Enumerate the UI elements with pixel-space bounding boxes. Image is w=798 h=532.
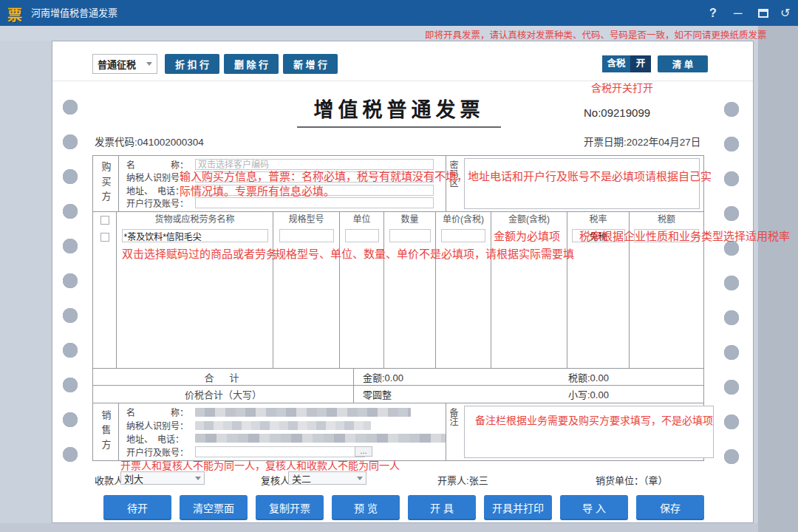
unit-input[interactable] (345, 229, 379, 242)
discount-row-button[interactable]: 折 扣 行 (165, 54, 219, 74)
totals-amount: 金额:0.00 (363, 370, 403, 384)
column-header: 金额(含税) (508, 212, 550, 227)
column-header: 单价(含税) (443, 212, 484, 227)
buyer-note-line1: 输入购买方信息，普票：名称必填，税号有就填没有不填，地址电话和开户行及账号不是必… (180, 168, 712, 183)
seller-unit-label: 销货单位：（章） (596, 473, 668, 487)
seller-section: 销售方 名 称： 纳税人识别号： 地址、 电话： 开户行及账号： (92, 403, 704, 461)
reviewer-select[interactable]: 关二 (288, 471, 366, 485)
quantity-input[interactable] (389, 229, 431, 242)
invoice-box: 购买方 名 称： 纳税人识别号： 地址、 电话： 开户行及账号： (92, 155, 704, 461)
items-column-goods: 货物或应税劳务名称 (117, 212, 273, 368)
staff-note: 开票人和复核人不能为同一人，复核人和收款人不能为同一人 (120, 457, 400, 472)
remark-area[interactable]: 备注栏根据业务需要及购买方要求填写，不是必填项 (464, 406, 714, 458)
buyer-field-label: 开户行及账号： (126, 197, 195, 209)
goods-name-input[interactable] (122, 229, 268, 242)
minimize-icon[interactable]: ─ (734, 0, 742, 26)
password-area[interactable] (464, 158, 700, 209)
seller-field-label: 名 称： (126, 406, 195, 418)
words-values: 零圆整 小写:0.00 (354, 386, 703, 403)
buyer-party-label: 购买方 (93, 156, 119, 211)
tax-mode-select[interactable]: 普通征税 (92, 54, 157, 74)
seller-bank-input[interactable] (195, 446, 365, 457)
pending-button[interactable]: 待开 (103, 495, 171, 520)
issue-button[interactable]: 开 具 (408, 495, 476, 520)
preview-button[interactable]: 预 览 (332, 495, 400, 520)
items-column-price: 单价(含税) (436, 212, 491, 368)
redacted-value (195, 421, 371, 430)
totals-row: 合 计 金额:0.00 税额:0.00 (92, 368, 704, 386)
column-header: 货物或应税劳务名称 (154, 212, 234, 227)
invoice-code: 发票代码:041002000304 (95, 134, 204, 149)
tax-included-state: 开 (630, 55, 651, 72)
perforation-left (62, 90, 78, 472)
top-warning-text: 即将开具发票，请认真核对发票种类、代码、号码是否一致，如不同请更换纸质发票 (425, 27, 767, 41)
copy-invoice-button[interactable]: 复制开票 (256, 495, 324, 520)
seller-field-label: 开户行及账号： (126, 446, 195, 458)
drawer-text: 开票人:张三 (437, 473, 488, 487)
save-button[interactable]: 保存 (636, 495, 704, 520)
words-value: 零圆整 (363, 387, 392, 401)
list-button[interactable]: 清 单 (658, 55, 708, 72)
redacted-value (195, 434, 446, 443)
column-header: 规格型号 (288, 212, 324, 227)
drawer-value: 张三 (469, 475, 488, 486)
seller-field-row: 名 称： (119, 406, 446, 419)
drawer-label: 开票人: (437, 475, 469, 486)
words-label: 价税合计（大写） (93, 386, 354, 403)
figures-value: 小写:0.00 (568, 387, 609, 401)
invoice-title: 增值税普通发票 (297, 94, 501, 128)
seller-field-label: 地址、 电话： (126, 432, 195, 445)
payee-value: 刘大 (124, 471, 143, 485)
totals-values: 金额:0.00 税额:0.00 (354, 369, 703, 385)
goods-note: 双击选择赋码过的商品或者劳务 (122, 245, 277, 261)
spec-note: 规格型号、单位、数量、单价不是必填项，请根据实际需要填 (275, 245, 574, 261)
more-button[interactable]: … (355, 446, 372, 457)
buyer-bank-input[interactable] (195, 197, 434, 208)
bottom-margin-decor (0, 523, 798, 532)
help-icon[interactable]: ? (709, 0, 717, 26)
tax-mode-value: 普通征税 (98, 57, 136, 71)
checkbox-column (93, 212, 117, 368)
row-checkbox[interactable] (100, 233, 109, 242)
totals-tax: 税额:0.00 (568, 370, 609, 384)
chevron-down-icon (357, 477, 363, 480)
chevron-down-icon (146, 62, 152, 66)
password-zone-label: 密码区 (446, 156, 460, 211)
right-margin-decor (758, 26, 798, 532)
seller-fields: 名 称： 纳税人识别号： 地址、 电话： 开户行及账号： … (119, 403, 446, 460)
items-column-unit: 单位 (340, 212, 384, 368)
reviewer-value: 关二 (292, 471, 311, 485)
import-button[interactable]: 导 入 (560, 495, 628, 520)
seller-field-label: 纳税人识别号： (126, 419, 195, 432)
remark-note: 备注栏根据业务需要及购买方要求填写，不是必填项 (465, 406, 713, 427)
add-row-button[interactable]: 新 增 行 (283, 54, 338, 74)
issue-and-print-button[interactable]: 开具并打印 (484, 495, 552, 520)
seller-field-row: 纳税人识别号： (119, 419, 446, 432)
redacted-value (195, 408, 411, 417)
tax-included-label: 含税 (602, 55, 630, 72)
unit-price-input[interactable] (441, 229, 485, 242)
clear-invoice-button[interactable]: 清空票面 (180, 495, 248, 520)
tax-included-toggle[interactable]: 含税 开 (602, 55, 651, 72)
items-column-quantity: 数量 (384, 212, 436, 368)
tax-switch-note: 含税开关打开 (591, 80, 653, 95)
amount-required-note: 金额为必填项 (494, 228, 560, 243)
column-header: 税率 (589, 212, 607, 227)
delete-row-button[interactable]: 删 除 行 (224, 54, 279, 74)
invoice-date: 开票日期:2022年04月27日 (584, 134, 700, 149)
window-title: 河南增值税普通发票 (31, 0, 117, 26)
seller-party-label: 销售方 (93, 403, 119, 460)
buyer-note-line2: 际情况填。专票所有信息必填。 (180, 183, 335, 198)
column-header: 数量 (400, 212, 418, 227)
back-icon[interactable]: ↺ (780, 0, 790, 26)
payee-select[interactable]: 刘大 (120, 471, 205, 485)
perforation-right (723, 92, 740, 474)
spec-input[interactable] (279, 229, 334, 242)
row-checkbox[interactable] (100, 216, 109, 225)
maximize-icon[interactable] (758, 9, 768, 18)
buyer-field-row: 开户行及账号： (119, 197, 446, 209)
tax-rate-note: 税率根据企业性质和业务类型选择适用税率 (579, 228, 790, 243)
titlebar: 票 河南增值税普通发票 ? ─ ↺ (0, 0, 798, 26)
invoice-number: No:09219099 (584, 106, 650, 119)
column-header: 单位 (352, 212, 370, 227)
